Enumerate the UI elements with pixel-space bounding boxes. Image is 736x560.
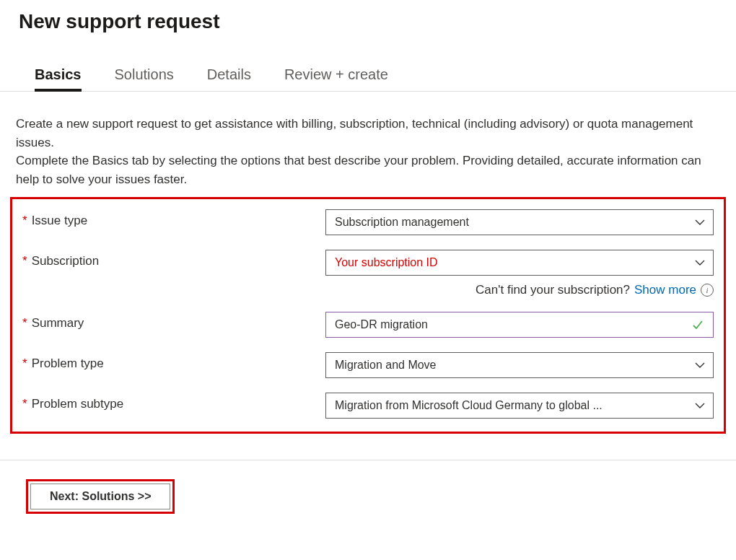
issue-type-value: Subscription management [335, 216, 469, 229]
chevron-down-icon [694, 400, 706, 411]
issue-type-label: Issue type [32, 214, 88, 228]
divider [0, 460, 736, 460]
problem-type-label: Problem type [32, 356, 104, 371]
chevron-down-icon [694, 359, 706, 371]
subscription-value: Your subscription ID [335, 256, 438, 269]
required-marker: * [22, 214, 27, 228]
summary-input[interactable]: Geo-DR migration [325, 312, 714, 338]
intro-line-1: Create a new support request to get assi… [16, 117, 693, 149]
tab-solutions[interactable]: Solutions [115, 66, 174, 92]
subscription-show-more-link[interactable]: Show more [634, 283, 696, 297]
problem-type-select[interactable]: Migration and Move [325, 352, 714, 378]
summary-label: Summary [32, 316, 84, 331]
intro-text: Create a new support request to get assi… [0, 92, 736, 197]
problem-subtype-value: Migration from Microsoft Cloud Germany t… [335, 399, 603, 412]
tab-strip: Basics Solutions Details Review + create [0, 39, 736, 92]
problem-subtype-select[interactable]: Migration from Microsoft Cloud Germany t… [325, 393, 714, 419]
next-button-highlight: Next: Solutions >> [26, 479, 175, 514]
required-marker: * [22, 316, 27, 331]
subscription-helper-text: Can't find your subscription? [476, 283, 630, 297]
check-icon [691, 318, 704, 331]
required-marker: * [22, 397, 27, 411]
form-highlight-box: * Issue type Subscription management * S… [10, 197, 726, 434]
page-title: New support request [19, 10, 717, 33]
tab-details[interactable]: Details [207, 66, 251, 92]
chevron-down-icon [694, 257, 706, 268]
required-marker: * [22, 356, 27, 371]
subscription-label: Subscription [32, 254, 100, 268]
required-marker: * [22, 254, 27, 268]
issue-type-select[interactable]: Subscription management [325, 209, 714, 235]
problem-type-value: Migration and Move [335, 359, 437, 372]
intro-line-2: Complete the Basics tab by selecting the… [16, 154, 701, 186]
info-icon[interactable]: i [701, 284, 714, 297]
next-solutions-button[interactable]: Next: Solutions >> [30, 484, 170, 509]
problem-subtype-label: Problem subtype [32, 397, 124, 411]
tab-review-create[interactable]: Review + create [284, 66, 388, 92]
tab-basics[interactable]: Basics [35, 66, 82, 92]
subscription-select[interactable]: Your subscription ID [325, 250, 714, 276]
chevron-down-icon [694, 216, 706, 228]
summary-value: Geo-DR migration [335, 318, 428, 331]
